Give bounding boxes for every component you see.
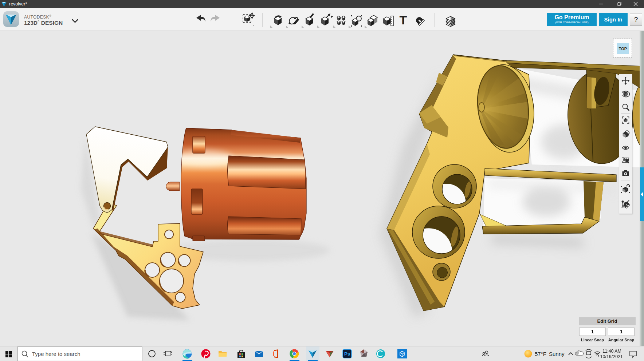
svg-text:Ps: Ps xyxy=(344,351,350,357)
svg-text:Sunny: Sunny xyxy=(549,351,565,357)
svg-text:10/19/2021: 10/19/2021 xyxy=(600,354,623,359)
svg-text:11:40 AM: 11:40 AM xyxy=(602,349,621,354)
svg-text:Type here to search: Type here to search xyxy=(32,351,80,357)
svg-text:57°F: 57°F xyxy=(535,351,546,357)
svg-text:T: T xyxy=(400,13,407,27)
